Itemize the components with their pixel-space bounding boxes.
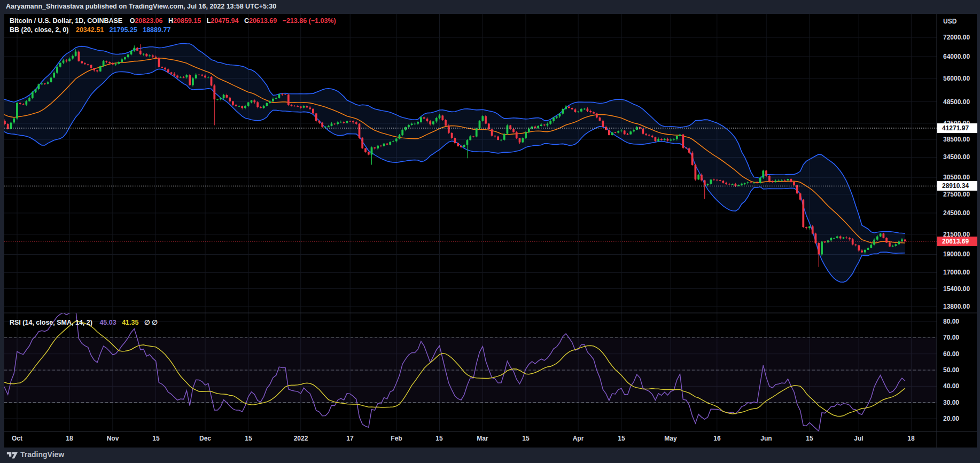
open-label: O xyxy=(130,17,135,25)
time-axis-label: Oct xyxy=(5,435,29,442)
time-axis-label: Nov xyxy=(101,435,125,442)
chart-card: Bitcoin / U.S. Dollar, 1D, COINBASE O208… xyxy=(4,14,977,448)
price-axis-label: 27500.00 xyxy=(943,190,970,199)
price-level-tag: 41271.97 xyxy=(937,123,977,133)
price-axis-label: 24500.00 xyxy=(943,209,970,217)
time-axis-label: 16 xyxy=(705,435,729,442)
time-axis-label: Jun xyxy=(755,435,778,442)
bb-upper-value: 21795.25 xyxy=(110,26,137,34)
time-axis-label: 15 xyxy=(514,435,538,442)
open-value: 20823.06 xyxy=(135,17,162,25)
price-axis-label: 64000.00 xyxy=(943,52,970,61)
time-axis-label: 18 xyxy=(58,435,81,442)
time-axis-label: 15 xyxy=(144,435,168,442)
time-axis-label: Mar xyxy=(471,435,494,442)
time-axis-label: 2022 xyxy=(289,435,313,442)
price-axis-label: 56000.00 xyxy=(943,74,970,83)
rsi-value: 45.03 xyxy=(99,319,116,326)
currency-label: USD xyxy=(943,17,956,26)
price-axis-label: 19000.00 xyxy=(943,250,970,258)
chart-plot[interactable] xyxy=(4,14,977,448)
header-bar: Aaryamann_Shrivastava published on Tradi… xyxy=(0,0,980,14)
time-axis-label: 15 xyxy=(427,435,451,442)
published-caption: Aaryamann_Shrivastava published on Tradi… xyxy=(6,3,276,10)
symbol-legend: Bitcoin / U.S. Dollar, 1D, COINBASE O208… xyxy=(10,17,340,25)
time-axis-label: 15 xyxy=(610,435,633,442)
time-axis-label: 18 xyxy=(899,435,923,442)
time-axis-label: 15 xyxy=(237,435,260,442)
bb-title[interactable]: BB (20, close, 2, 0) xyxy=(10,26,68,34)
tradingview-logo-icon[interactable] xyxy=(6,451,18,460)
high-value: 20859.15 xyxy=(173,17,201,25)
rsi-ma-value: 41.35 xyxy=(122,319,138,326)
symbol-title[interactable]: Bitcoin / U.S. Dollar, 1D, COINBASE xyxy=(10,17,122,25)
footer-bar: TradingView xyxy=(0,448,980,463)
rsi-axis-label: 30.00 xyxy=(943,398,959,407)
rsi-axis-label: 80.00 xyxy=(943,317,959,326)
rsi-axis-label: 40.00 xyxy=(943,382,959,390)
price-level-tag: 28910.34 xyxy=(937,181,977,191)
price-axis-label: 72000.00 xyxy=(943,33,970,42)
price-axis-label: 34500.00 xyxy=(943,153,970,161)
time-axis-label: Dec xyxy=(193,435,217,442)
change-value: −213.86 (−1.03%) xyxy=(283,17,336,25)
bb-lower-value: 18889.77 xyxy=(143,26,170,34)
rsi-axis-label: 20.00 xyxy=(943,414,959,423)
price-axis-label: 38500.00 xyxy=(943,135,970,144)
high-label: H xyxy=(168,17,173,25)
time-axis-label: Feb xyxy=(385,435,408,442)
time-axis-label: 15 xyxy=(798,435,821,442)
rsi-title[interactable]: RSI (14, close, SMA, 14, 2) xyxy=(10,319,92,326)
brand-label[interactable]: TradingView xyxy=(20,450,64,459)
bb-legend: BB (20, close, 2, 0) 20342.51 21795.25 1… xyxy=(10,26,174,34)
rsi-legend: RSI (14, close, SMA, 14, 2) 45.03 41.35 … xyxy=(10,318,158,326)
rsi-axis-label: 70.00 xyxy=(943,333,959,342)
rsi-empty-value: ∅ xyxy=(144,319,150,326)
time-axis-label: 17 xyxy=(338,435,362,442)
price-axis-label: 30500.00 xyxy=(943,173,970,182)
close-label: C xyxy=(244,17,249,25)
price-axis-label: 17000.00 xyxy=(943,268,970,277)
bb-basis-value: 20342.51 xyxy=(76,26,104,34)
price-axis-label: 15400.00 xyxy=(943,285,970,293)
rsi-axis-label: 60.00 xyxy=(943,350,959,358)
close-value: 20613.69 xyxy=(249,17,277,25)
low-value: 20475.94 xyxy=(211,17,238,25)
rsi-empty-value: ∅ xyxy=(152,319,158,326)
time-axis-label: May xyxy=(659,435,682,442)
price-axis-label: 13800.00 xyxy=(943,302,970,311)
rsi-axis-label: 50.00 xyxy=(943,366,959,374)
time-axis-label: Jul xyxy=(847,435,870,442)
price-axis-label: 48500.00 xyxy=(943,98,970,106)
time-axis-label: Apr xyxy=(566,435,590,442)
last-price-tag: 20613.69 xyxy=(937,237,977,246)
